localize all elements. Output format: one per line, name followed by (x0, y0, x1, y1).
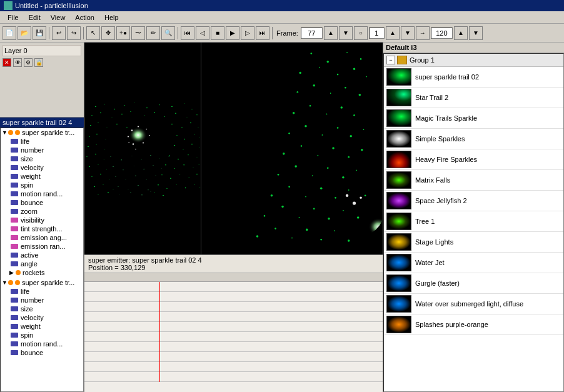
zoom-button[interactable]: 🔍 (161, 26, 175, 40)
expand-icon-2[interactable]: ▼ (2, 279, 8, 286)
svg-point-28 (171, 124, 173, 125)
menu-action[interactable]: Action (70, 13, 99, 23)
step-fwd-button[interactable]: ▷ (241, 26, 254, 40)
max-frame-up[interactable]: ▲ (454, 26, 468, 40)
timeline-tracks-container[interactable] (84, 273, 383, 392)
add-emitter-button[interactable]: +● (116, 26, 130, 40)
prop-number-2: number (1, 296, 83, 304)
layer-lock-icon[interactable]: 🔒 (34, 58, 43, 67)
max-frame-down[interactable]: ▼ (469, 26, 483, 40)
svg-point-10 (184, 103, 185, 104)
svg-point-142 (350, 135, 352, 138)
emitter-item-8[interactable]: Stage Lights (384, 232, 563, 253)
layer-eye-icon[interactable]: 👁 (13, 58, 22, 67)
max-frame-input[interactable] (431, 28, 453, 39)
frame-input[interactable] (301, 28, 323, 39)
emitter-thumb-12 (386, 316, 411, 333)
play-button[interactable]: ▶ (226, 26, 239, 40)
select-button[interactable]: ↖ (86, 26, 100, 40)
layer-delete-icon[interactable]: ✕ (3, 58, 11, 67)
emitter-item-10[interactable]: Gurgle (faster) (384, 273, 563, 294)
svg-point-44 (191, 144, 193, 145)
svg-point-176 (348, 239, 350, 242)
prop-icon-tint-1 (11, 226, 18, 231)
emitter-item-2[interactable]: Magic Trails Sparkle (384, 108, 563, 129)
prop-icon-velocity-1 (11, 165, 18, 170)
prop-icon-motion-2 (11, 341, 18, 346)
emitter-thumb-7 (386, 213, 411, 230)
move-button[interactable]: ✥ (101, 26, 115, 40)
emitter-item-5[interactable]: Matrix Falls (384, 170, 563, 191)
particle-up[interactable]: ▲ (386, 26, 400, 40)
arrow-right-btn[interactable]: → (416, 26, 430, 40)
loop-button[interactable]: ○ (354, 26, 368, 40)
emitter-item-6[interactable]: Space Jellyfish 2 (384, 191, 563, 211)
stop-button[interactable]: ■ (211, 26, 224, 40)
tree-emitter-2[interactable]: ▼ super sparkle tr... (1, 278, 83, 287)
frame-up[interactable]: ▲ (324, 26, 338, 40)
svg-point-87 (130, 192, 131, 193)
emitter-item-7[interactable]: Tree 1 (384, 211, 563, 232)
app-icon (4, 1, 13, 10)
redo-button[interactable]: ↪ (67, 26, 81, 40)
svg-point-77 (199, 187, 200, 188)
path-button[interactable]: 〜 (131, 26, 145, 40)
expand-icon-1[interactable]: ▼ (2, 129, 8, 136)
emitter-item-9[interactable]: Water Jet (384, 253, 563, 273)
emitter-name-1: Star Trail 2 (415, 94, 448, 101)
group-header[interactable]: − Group 1 (384, 54, 563, 67)
step-rev-button[interactable]: ◁ (196, 26, 209, 40)
emitter-item-12[interactable]: Splashes purple-orange (384, 314, 563, 335)
svg-point-68 (196, 174, 198, 175)
tree-emitter-1[interactable]: ▼ super sparkle tr... (1, 128, 83, 137)
emitter-item-0[interactable]: super sparkle trail 02 (384, 67, 563, 88)
emitter-item-4[interactable]: Heavy Fire Sparkles (384, 149, 563, 170)
emitter-list[interactable]: − Group 1 super sparkle trail 02 Star Tr… (383, 53, 564, 392)
particle-input[interactable] (369, 28, 385, 39)
prop-bounce-1: bounce (1, 198, 83, 207)
group-expand-btn[interactable]: − (386, 56, 395, 64)
play-end-button[interactable]: ⏭ (256, 26, 269, 40)
emitter-name-3: Simple Sparkles (415, 135, 465, 143)
play-rev-button[interactable]: ⏮ (181, 26, 194, 40)
svg-point-34 (106, 139, 106, 139)
open-button[interactable]: 📂 (18, 26, 31, 40)
tree-panel[interactable]: ▼ super sparkle tr... life number size v… (0, 128, 84, 392)
svg-point-114 (143, 143, 144, 144)
prop-spin-1: spin (1, 181, 83, 189)
preview-canvas[interactable] (201, 43, 383, 254)
frame-down[interactable]: ▼ (339, 26, 353, 40)
svg-point-132 (359, 94, 361, 96)
prop-icon-weight-2 (11, 324, 18, 329)
menu-view[interactable]: View (46, 13, 71, 23)
save-button[interactable]: 💾 (33, 26, 46, 40)
svg-point-131 (345, 87, 346, 89)
svg-point-75 (185, 188, 186, 189)
rockets-icon (16, 270, 21, 275)
svg-point-5 (124, 105, 124, 106)
svg-point-164 (281, 206, 284, 208)
undo-button[interactable]: ↩ (52, 26, 66, 40)
emitter-item-1[interactable]: Star Trail 2 (384, 88, 563, 108)
tree-rockets[interactable]: ▶ rockets (1, 268, 83, 277)
expand-rockets[interactable]: ▶ (9, 269, 16, 276)
prop-motionrand-1: motion rand... (1, 189, 83, 198)
layer-gear-icon[interactable]: ⚙ (24, 58, 33, 67)
emitter-item-3[interactable]: Simple Sparkles (384, 129, 563, 149)
svg-point-149 (361, 149, 363, 151)
main-canvas[interactable] (84, 43, 201, 254)
menu-help[interactable]: Help (99, 13, 124, 23)
pen-button[interactable]: ✏ (146, 26, 160, 40)
particle-down[interactable]: ▼ (401, 26, 415, 40)
svg-point-91 (126, 179, 126, 180)
prop-size-1: size (1, 154, 83, 163)
emitter-thumb-11 (386, 295, 411, 313)
svg-point-119 (310, 53, 312, 54)
svg-point-57 (174, 168, 174, 169)
menu-edit[interactable]: Edit (24, 13, 46, 23)
emitter-thumb-2 (386, 109, 411, 127)
menu-file[interactable]: File (3, 13, 24, 23)
new-button[interactable]: 📄 (3, 26, 16, 40)
emitter-item-11[interactable]: Water over submerged light, diffuse (384, 294, 563, 314)
svg-point-95 (113, 166, 114, 168)
